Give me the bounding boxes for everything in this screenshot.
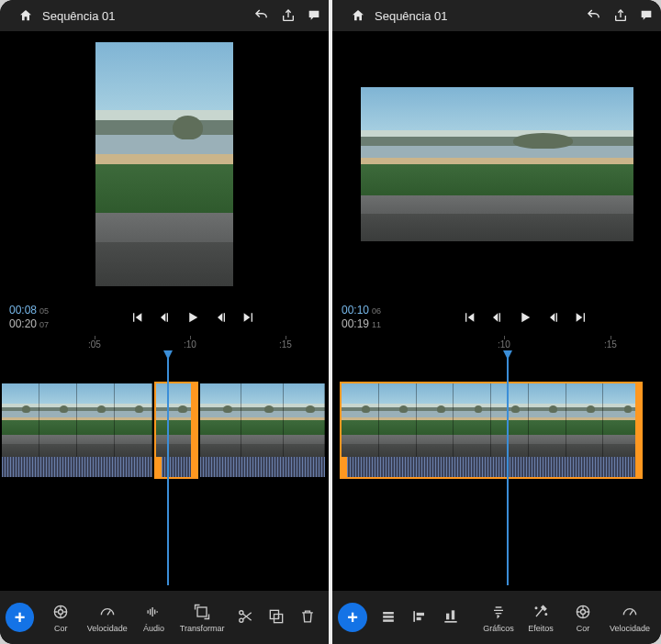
audio-waveform — [156, 457, 196, 477]
align-vertical-button[interactable] — [373, 606, 404, 628]
timeline[interactable] — [332, 356, 661, 530]
svg-rect-10 — [413, 611, 415, 622]
align-left-button[interactable] — [404, 606, 435, 628]
tool-velocidade[interactable]: Velocidade — [604, 602, 655, 633]
transport-controls — [398, 309, 652, 326]
playhead[interactable] — [167, 356, 169, 585]
split-button[interactable] — [230, 606, 261, 628]
transport-row: 00:1006 00:1911 — [332, 297, 661, 336]
undo-icon[interactable] — [253, 7, 270, 24]
editor-pane-right: Sequência 01 00:1006 00:1911 :10 :15 — [332, 0, 661, 644]
svg-rect-9 — [383, 619, 394, 622]
preview-area[interactable] — [0, 31, 329, 297]
duplicate-icon — [267, 606, 286, 627]
skip-start-icon[interactable] — [462, 310, 476, 325]
clip-2-selected[interactable] — [154, 382, 198, 479]
effects-icon — [532, 602, 550, 622]
comment-icon[interactable] — [639, 8, 654, 23]
clip-selected[interactable] — [340, 382, 643, 479]
share-icon[interactable] — [613, 8, 628, 23]
color-icon — [574, 602, 592, 622]
top-bar: Sequência 01 — [332, 0, 661, 31]
skip-end-icon[interactable] — [574, 310, 588, 325]
video-frame — [95, 42, 233, 286]
play-icon[interactable] — [185, 309, 201, 326]
editor-pane-left: Sequência 01 00:0805 00:2007 :05 :10 — [0, 0, 329, 644]
clip-3[interactable] — [198, 382, 327, 479]
tool-cor[interactable]: Cor — [562, 602, 604, 633]
bottom-toolbar: + Cor Velocidade Áudio Transformar — [0, 591, 329, 644]
ruler-tick: :10 — [184, 339, 196, 350]
scissors-icon — [236, 606, 254, 627]
timecode-current: 00:08 — [9, 304, 37, 316]
svg-rect-2 — [197, 607, 207, 616]
preview-video — [361, 87, 633, 241]
preview-video — [95, 42, 233, 286]
svg-rect-11 — [417, 613, 424, 616]
audio-waveform — [200, 457, 325, 477]
svg-point-4 — [240, 618, 243, 622]
transport-row: 00:0805 00:2007 — [0, 297, 329, 336]
tool-velocidade[interactable]: Velocidade — [82, 602, 132, 633]
audio-icon — [144, 602, 162, 622]
color-icon — [51, 602, 70, 622]
timecodes: 00:1006 00:1911 — [342, 304, 398, 331]
step-forward-icon[interactable] — [214, 310, 229, 325]
ruler-tick: :15 — [279, 339, 292, 350]
step-back-icon[interactable] — [157, 310, 172, 325]
svg-point-3 — [240, 611, 243, 615]
sequence-title: Sequência 01 — [42, 9, 242, 23]
align-bottom-button[interactable] — [435, 606, 466, 628]
svg-rect-7 — [383, 612, 394, 615]
add-button[interactable]: + — [338, 603, 367, 632]
svg-point-1 — [59, 610, 63, 615]
share-icon[interactable] — [281, 8, 296, 23]
step-forward-icon[interactable] — [546, 310, 561, 325]
timecodes: 00:0805 00:2007 — [9, 304, 66, 331]
graphics-icon — [489, 602, 508, 622]
comment-icon[interactable] — [307, 8, 321, 23]
trash-icon — [298, 606, 317, 627]
sequence-title: Sequência 01 — [375, 9, 575, 23]
skip-end-icon[interactable] — [241, 310, 256, 325]
audio-waveform — [342, 457, 641, 477]
playhead[interactable] — [507, 356, 509, 585]
preview-area[interactable] — [332, 31, 661, 297]
home-icon[interactable] — [351, 8, 365, 23]
timecode-total: 00:19 — [342, 317, 369, 330]
timecode-current: 00:10 — [342, 304, 369, 316]
video-frame — [361, 87, 633, 241]
time-ruler[interactable]: :05 :10 :15 — [0, 336, 329, 356]
tool-cor[interactable]: Cor — [39, 602, 82, 633]
tool-efeitos[interactable]: Efeitos — [520, 602, 562, 633]
svg-rect-8 — [383, 616, 394, 618]
time-ruler[interactable]: :10 :15 — [332, 336, 661, 356]
svg-rect-12 — [417, 617, 421, 620]
svg-point-17 — [545, 614, 547, 616]
add-button[interactable]: + — [6, 603, 34, 632]
align-bottom-icon — [442, 606, 460, 627]
timecode-total: 00:20 — [9, 317, 37, 330]
transform-icon — [193, 602, 211, 622]
tool-transformar[interactable]: Transformar — [174, 602, 230, 633]
duplicate-button[interactable] — [261, 606, 292, 628]
delete-button[interactable] — [292, 606, 323, 628]
tool-audio[interactable]: Áudio — [132, 602, 174, 633]
timeline[interactable] — [0, 356, 329, 530]
bottom-toolbar: + Gráficos Efeitos Cor Velocidade — [332, 591, 661, 644]
speed-icon — [98, 602, 117, 622]
video-track[interactable] — [332, 382, 661, 479]
audio-waveform — [2, 457, 152, 477]
clip-1[interactable] — [0, 382, 154, 479]
speed-icon — [621, 602, 639, 622]
undo-icon[interactable] — [586, 7, 602, 24]
align-vertical-icon — [379, 606, 398, 627]
tool-graficos[interactable]: Gráficos — [477, 602, 520, 633]
svg-rect-15 — [452, 610, 454, 619]
step-back-icon[interactable] — [489, 310, 504, 325]
video-track[interactable] — [0, 382, 329, 479]
home-icon[interactable] — [18, 8, 33, 23]
ruler-tick: :10 — [498, 339, 510, 350]
skip-start-icon[interactable] — [129, 310, 144, 325]
play-icon[interactable] — [517, 309, 533, 326]
